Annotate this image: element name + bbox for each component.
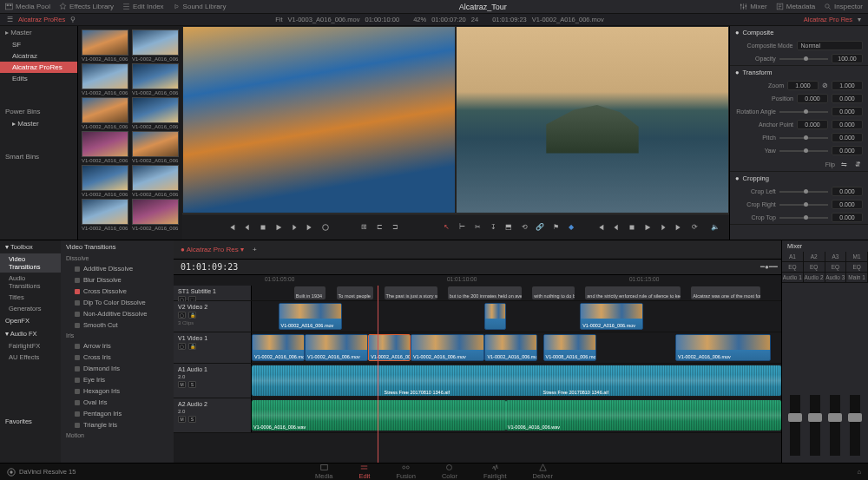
track-lock-button[interactable]: 🔒 <box>188 312 196 319</box>
fx-item[interactable]: Arrow Iris <box>61 340 174 352</box>
opacity-value[interactable]: 100.00 <box>832 54 863 63</box>
pitch-value[interactable]: 0.000 <box>832 133 863 142</box>
clip-thumbnail[interactable]: V1-0002_A016_006… <box>82 63 128 95</box>
timeline-clip[interactable]: V1-0002_A016_006.mov <box>411 334 484 361</box>
timeline-clip[interactable]: V1-0002_A016_006.mov <box>484 334 537 361</box>
flag-icon[interactable]: ⚑ <box>550 222 561 233</box>
page-fusion[interactable]: Fusion <box>396 464 416 480</box>
clip-thumbnail[interactable]: V1-0002_A016_006… <box>132 30 179 62</box>
fx-item[interactable]: Dip To Color Dissolve <box>61 297 174 308</box>
audiofx-header[interactable]: ▾ Audio FX <box>0 327 61 340</box>
fx-item[interactable]: Eye Iris <box>61 374 174 385</box>
fx-item[interactable]: Additive Dissolve <box>61 263 174 274</box>
crop-right-slider[interactable] <box>779 204 828 206</box>
crop-left-value[interactable]: 0.000 <box>832 187 863 196</box>
clip-thumbnail[interactable]: V1-0002_A016_006… <box>132 131 179 163</box>
smart-bins-header[interactable]: Smart Bins <box>0 150 77 163</box>
timeline-tracks[interactable]: ST1 Subtitle 1▢⬚ Built in 1934 To most p… <box>174 286 781 463</box>
mixer-channel-a1[interactable]: A1 <box>782 252 804 261</box>
track-mute-button[interactable]: M <box>178 381 186 388</box>
clip-thumbnail[interactable]: V1-0002_A016_006… <box>132 63 179 95</box>
page-deliver[interactable]: Deliver <box>533 464 553 480</box>
fx-au-effects[interactable]: AU Effects <box>0 352 61 363</box>
mixer-channel-a3[interactable]: A3 <box>825 252 847 261</box>
clip-thumbnail[interactable]: V1-0002_A016_006… <box>132 199 179 231</box>
fx-generators[interactable]: Generators <box>0 303 61 314</box>
prev-clip-button[interactable] <box>227 222 237 233</box>
bin-alcatraz-prores[interactable]: Alcatraz ProRes <box>0 62 77 73</box>
transform-section-header[interactable]: ● Transform <box>730 66 868 79</box>
fx-item[interactable]: Triangle Iris <box>61 419 174 431</box>
chevron-down-icon[interactable]: ▾ <box>858 16 861 23</box>
page-edit[interactable]: Edit <box>359 464 371 480</box>
zoom-y-value[interactable]: 1.000 <box>832 81 863 90</box>
effects-library-toggle[interactable]: Effects Library <box>59 3 114 10</box>
fader-m1[interactable] <box>850 395 860 456</box>
timeline-audio-clip[interactable]: Stress Free 20170810 1346.aifStress Free… <box>252 365 781 396</box>
anchor-x-value[interactable]: 0.000 <box>797 120 828 129</box>
fx-item[interactable]: Smooth Cut <box>61 319 174 331</box>
timeline-audio-clip[interactable]: V1-0006_A016_006.wav <box>252 400 506 431</box>
media-pool-toggle[interactable]: Media Pool <box>5 3 50 10</box>
page-media[interactable]: Media <box>315 464 332 480</box>
fx-item[interactable]: Hexagon Iris <box>61 385 174 397</box>
openfx-header[interactable]: OpenFX <box>0 314 61 327</box>
inspector-toggle[interactable]: Inspector <box>824 3 863 10</box>
fx-item[interactable]: Diamond Iris <box>61 363 174 374</box>
mark-in-icon[interactable]: ⊏ <box>374 222 385 233</box>
clip-thumbnail[interactable]: V1-0002_A016_006… <box>132 97 179 129</box>
bin-edits[interactable]: Edits <box>0 73 77 84</box>
loop-button[interactable] <box>320 222 331 233</box>
mixer-toggle[interactable]: Mixer <box>740 3 767 10</box>
fx-item[interactable]: Non-Additive Dissolve <box>61 308 174 319</box>
favorites-header[interactable]: Favorites <box>0 415 61 428</box>
fx-item[interactable]: Cross Dissolve <box>61 286 174 297</box>
position-y-value[interactable]: 0.000 <box>832 94 863 103</box>
bin-alcatraz[interactable]: Alcatraz <box>0 50 77 62</box>
composite-mode-dropdown[interactable]: Normal <box>797 41 864 50</box>
next-clip-button[interactable] <box>305 222 315 233</box>
crop-top-slider[interactable] <box>779 217 828 219</box>
metadata-toggle[interactable]: Metadata <box>776 3 815 10</box>
toolbox-header[interactable]: ▾ Toolbox <box>0 240 61 253</box>
timeline-name[interactable]: Alcatraz Pro Res <box>804 16 852 23</box>
timeline-timecode[interactable]: 01:01:09:23 <box>181 262 238 272</box>
program-viewer[interactable] <box>456 26 729 214</box>
step-back-button[interactable] <box>611 222 621 233</box>
clip-thumbnail[interactable]: V1-0002_A016_006… <box>132 165 179 197</box>
fx-item[interactable]: Pentagon Iris <box>61 408 174 419</box>
timeline-tab[interactable]: ● Alcatraz Pro Res ▾ <box>181 246 244 253</box>
source-fit-dropdown[interactable]: Fit <box>275 16 282 23</box>
step-fwd-button[interactable] <box>289 222 299 233</box>
clip-thumbnail[interactable]: V1-0002_A016_006… <box>82 30 128 62</box>
timeline-clip[interactable]: V1-0002_A016_006.mov <box>279 303 342 330</box>
yaw-value[interactable]: 0.000 <box>832 146 863 155</box>
fader-a2[interactable] <box>810 395 820 456</box>
fx-item[interactable]: Blur Dissolve <box>61 274 174 286</box>
bin-sf[interactable]: SF <box>0 39 77 50</box>
marker-icon[interactable]: ◆ <box>566 222 576 233</box>
cropping-section-header[interactable]: ● Cropping <box>730 172 868 185</box>
step-fwd-button[interactable] <box>658 222 668 233</box>
add-timeline-button[interactable]: + <box>253 246 257 253</box>
power-bins-header[interactable]: Power Bins <box>0 105 77 118</box>
play-button[interactable] <box>273 222 284 233</box>
fx-item[interactable]: Cross Iris <box>61 352 174 363</box>
sound-library-toggle[interactable]: Sound Library <box>173 3 227 10</box>
link-icon[interactable]: 🔗 <box>535 222 545 233</box>
link-icon[interactable]: ⊘ <box>822 82 828 89</box>
timeline-clip[interactable]: V1-0002_A016_006.mov <box>675 334 771 361</box>
composite-section-header[interactable]: ● Composite <box>730 26 868 39</box>
flip-h-button[interactable]: ⇋ <box>838 159 849 169</box>
track-solo-button[interactable]: S <box>188 416 196 423</box>
mixer-channel-a2[interactable]: A2 <box>804 252 825 261</box>
timeline-clip-selected[interactable]: V1-0002_A016_006… <box>368 334 411 361</box>
blade-tool-icon[interactable]: ✂ <box>472 222 483 233</box>
anchor-y-value[interactable]: 0.000 <box>832 120 863 129</box>
arrow-tool-icon[interactable]: ↖ <box>441 222 451 233</box>
playhead[interactable] <box>378 286 378 463</box>
crop-top-value[interactable]: 0.000 <box>832 213 863 222</box>
yaw-slider[interactable] <box>779 150 828 152</box>
zoom-x-value[interactable]: 1.000 <box>787 81 819 90</box>
fader-a3[interactable] <box>830 395 840 456</box>
